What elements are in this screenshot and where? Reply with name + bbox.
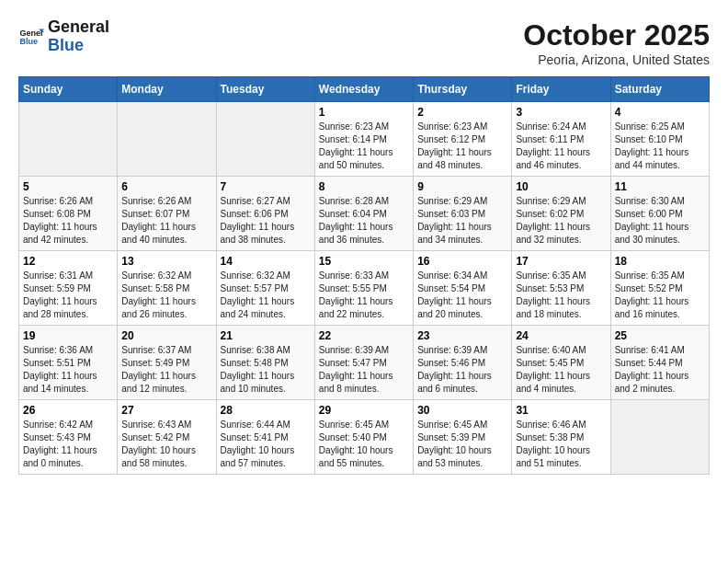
weekday-header-monday: Monday bbox=[118, 77, 216, 102]
week-row-3: 12Sunrise: 6:31 AMSunset: 5:59 PMDayligh… bbox=[19, 251, 710, 326]
day-number: 24 bbox=[516, 329, 606, 342]
calendar-cell: 9Sunrise: 6:29 AMSunset: 6:03 PMDaylight… bbox=[414, 177, 512, 251]
day-number: 13 bbox=[121, 255, 211, 268]
calendar-cell bbox=[19, 102, 118, 177]
calendar-cell: 28Sunrise: 6:44 AMSunset: 5:41 PMDayligh… bbox=[216, 400, 314, 475]
weekday-header-friday: Friday bbox=[512, 77, 610, 102]
calendar-cell: 22Sunrise: 6:39 AMSunset: 5:47 PMDayligh… bbox=[314, 326, 413, 400]
day-info: Sunrise: 6:43 AMSunset: 5:42 PMDaylight:… bbox=[121, 419, 211, 470]
calendar-cell: 4Sunrise: 6:25 AMSunset: 6:10 PMDaylight… bbox=[610, 102, 709, 177]
page-header: General Blue General Blue October 2025 P… bbox=[18, 18, 710, 67]
day-info: Sunrise: 6:37 AMSunset: 5:49 PMDaylight:… bbox=[121, 344, 211, 396]
weekday-header-saturday: Saturday bbox=[610, 77, 709, 102]
calendar-cell: 10Sunrise: 6:29 AMSunset: 6:02 PMDayligh… bbox=[512, 177, 610, 251]
logo: General Blue General Blue bbox=[18, 18, 109, 55]
calendar-cell: 13Sunrise: 6:32 AMSunset: 5:58 PMDayligh… bbox=[118, 251, 216, 326]
day-info: Sunrise: 6:39 AMSunset: 5:47 PMDaylight:… bbox=[319, 344, 409, 396]
day-number: 28 bbox=[221, 404, 311, 417]
day-number: 19 bbox=[23, 329, 113, 342]
calendar-cell: 8Sunrise: 6:28 AMSunset: 6:04 PMDaylight… bbox=[314, 177, 413, 251]
logo-icon: General Blue bbox=[18, 24, 44, 50]
day-info: Sunrise: 6:38 AMSunset: 5:48 PMDaylight:… bbox=[221, 344, 311, 396]
day-number: 11 bbox=[615, 180, 705, 193]
calendar-cell bbox=[610, 400, 709, 475]
day-info: Sunrise: 6:23 AMSunset: 6:14 PMDaylight:… bbox=[319, 121, 409, 172]
calendar-cell: 2Sunrise: 6:23 AMSunset: 6:12 PMDaylight… bbox=[414, 102, 512, 177]
day-number: 26 bbox=[23, 404, 113, 417]
day-number: 14 bbox=[221, 255, 311, 268]
day-number: 29 bbox=[319, 404, 409, 417]
day-number: 10 bbox=[516, 180, 606, 193]
calendar-body: 1Sunrise: 6:23 AMSunset: 6:14 PMDaylight… bbox=[19, 102, 710, 475]
day-info: Sunrise: 6:45 AMSunset: 5:39 PMDaylight:… bbox=[417, 419, 507, 470]
day-info: Sunrise: 6:32 AMSunset: 5:57 PMDaylight:… bbox=[221, 270, 311, 321]
day-number: 4 bbox=[615, 106, 705, 119]
day-number: 25 bbox=[615, 329, 705, 342]
month-title: October 2025 bbox=[523, 18, 710, 52]
day-number: 15 bbox=[319, 255, 409, 268]
calendar-cell: 5Sunrise: 6:26 AMSunset: 6:08 PMDaylight… bbox=[19, 177, 118, 251]
day-info: Sunrise: 6:39 AMSunset: 5:46 PMDaylight:… bbox=[417, 344, 507, 396]
day-info: Sunrise: 6:41 AMSunset: 5:44 PMDaylight:… bbox=[615, 344, 705, 396]
calendar-cell: 15Sunrise: 6:33 AMSunset: 5:55 PMDayligh… bbox=[314, 251, 413, 326]
calendar-cell: 11Sunrise: 6:30 AMSunset: 6:00 PMDayligh… bbox=[610, 177, 709, 251]
calendar-cell: 14Sunrise: 6:32 AMSunset: 5:57 PMDayligh… bbox=[216, 251, 314, 326]
weekday-header-sunday: Sunday bbox=[19, 77, 118, 102]
calendar-cell: 31Sunrise: 6:46 AMSunset: 5:38 PMDayligh… bbox=[512, 400, 610, 475]
day-info: Sunrise: 6:40 AMSunset: 5:45 PMDaylight:… bbox=[516, 344, 606, 396]
week-row-1: 1Sunrise: 6:23 AMSunset: 6:14 PMDaylight… bbox=[19, 102, 710, 177]
calendar-cell: 26Sunrise: 6:42 AMSunset: 5:43 PMDayligh… bbox=[19, 400, 118, 475]
day-info: Sunrise: 6:25 AMSunset: 6:10 PMDaylight:… bbox=[615, 121, 705, 172]
calendar-cell: 20Sunrise: 6:37 AMSunset: 5:49 PMDayligh… bbox=[118, 326, 216, 400]
day-info: Sunrise: 6:24 AMSunset: 6:11 PMDaylight:… bbox=[516, 121, 606, 172]
day-number: 21 bbox=[221, 329, 311, 342]
calendar-cell: 7Sunrise: 6:27 AMSunset: 6:06 PMDaylight… bbox=[216, 177, 314, 251]
day-info: Sunrise: 6:35 AMSunset: 5:53 PMDaylight:… bbox=[516, 270, 606, 321]
calendar-cell: 29Sunrise: 6:45 AMSunset: 5:40 PMDayligh… bbox=[314, 400, 413, 475]
day-info: Sunrise: 6:23 AMSunset: 6:12 PMDaylight:… bbox=[417, 121, 507, 172]
day-number: 9 bbox=[417, 180, 507, 193]
calendar-cell: 12Sunrise: 6:31 AMSunset: 5:59 PMDayligh… bbox=[19, 251, 118, 326]
day-info: Sunrise: 6:32 AMSunset: 5:58 PMDaylight:… bbox=[121, 270, 211, 321]
day-number: 7 bbox=[221, 180, 311, 193]
day-number: 17 bbox=[516, 255, 606, 268]
weekday-header-row: SundayMondayTuesdayWednesdayThursdayFrid… bbox=[19, 77, 710, 102]
calendar-cell: 16Sunrise: 6:34 AMSunset: 5:54 PMDayligh… bbox=[414, 251, 512, 326]
day-number: 23 bbox=[417, 329, 507, 342]
day-number: 22 bbox=[319, 329, 409, 342]
day-number: 2 bbox=[417, 106, 507, 119]
day-info: Sunrise: 6:29 AMSunset: 6:02 PMDaylight:… bbox=[516, 195, 606, 247]
calendar-cell: 1Sunrise: 6:23 AMSunset: 6:14 PMDaylight… bbox=[314, 102, 413, 177]
day-info: Sunrise: 6:26 AMSunset: 6:08 PMDaylight:… bbox=[23, 195, 113, 247]
day-number: 3 bbox=[516, 106, 606, 119]
day-number: 16 bbox=[417, 255, 507, 268]
day-info: Sunrise: 6:33 AMSunset: 5:55 PMDaylight:… bbox=[319, 270, 409, 321]
weekday-header-wednesday: Wednesday bbox=[314, 77, 413, 102]
day-info: Sunrise: 6:35 AMSunset: 5:52 PMDaylight:… bbox=[615, 270, 705, 321]
day-number: 20 bbox=[121, 329, 211, 342]
day-number: 30 bbox=[417, 404, 507, 417]
calendar-table: SundayMondayTuesdayWednesdayThursdayFrid… bbox=[18, 76, 710, 475]
calendar-cell: 18Sunrise: 6:35 AMSunset: 5:52 PMDayligh… bbox=[610, 251, 709, 326]
day-info: Sunrise: 6:45 AMSunset: 5:40 PMDaylight:… bbox=[319, 419, 409, 470]
day-info: Sunrise: 6:42 AMSunset: 5:43 PMDaylight:… bbox=[23, 419, 113, 470]
calendar-cell bbox=[118, 102, 216, 177]
day-info: Sunrise: 6:46 AMSunset: 5:38 PMDaylight:… bbox=[516, 419, 606, 470]
week-row-2: 5Sunrise: 6:26 AMSunset: 6:08 PMDaylight… bbox=[19, 177, 710, 251]
calendar-cell: 30Sunrise: 6:45 AMSunset: 5:39 PMDayligh… bbox=[414, 400, 512, 475]
day-number: 1 bbox=[319, 106, 409, 119]
day-info: Sunrise: 6:34 AMSunset: 5:54 PMDaylight:… bbox=[417, 270, 507, 321]
calendar-cell: 25Sunrise: 6:41 AMSunset: 5:44 PMDayligh… bbox=[610, 326, 709, 400]
calendar-cell: 6Sunrise: 6:26 AMSunset: 6:07 PMDaylight… bbox=[118, 177, 216, 251]
day-info: Sunrise: 6:26 AMSunset: 6:07 PMDaylight:… bbox=[121, 195, 211, 247]
calendar-cell: 21Sunrise: 6:38 AMSunset: 5:48 PMDayligh… bbox=[216, 326, 314, 400]
weekday-header-tuesday: Tuesday bbox=[216, 77, 314, 102]
week-row-5: 26Sunrise: 6:42 AMSunset: 5:43 PMDayligh… bbox=[19, 400, 710, 475]
title-area: October 2025 Peoria, Arizona, United Sta… bbox=[523, 18, 710, 67]
day-number: 12 bbox=[23, 255, 113, 268]
logo-text: General Blue bbox=[48, 18, 109, 55]
location-title: Peoria, Arizona, United States bbox=[523, 52, 710, 67]
day-number: 18 bbox=[615, 255, 705, 268]
day-info: Sunrise: 6:44 AMSunset: 5:41 PMDaylight:… bbox=[221, 419, 311, 470]
day-number: 31 bbox=[516, 404, 606, 417]
